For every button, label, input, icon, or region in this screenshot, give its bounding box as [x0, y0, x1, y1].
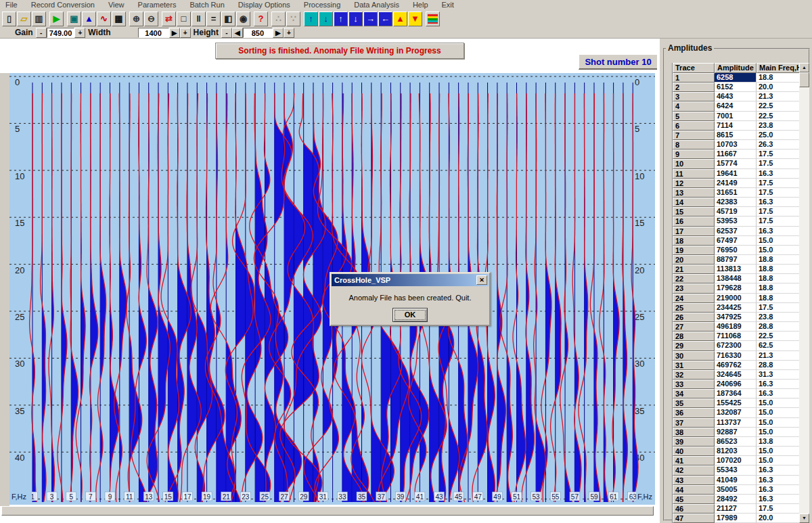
- freq-cell[interactable]: 28.8: [757, 361, 800, 370]
- freq-cell[interactable]: 15.0: [757, 428, 800, 437]
- freq-cell[interactable]: 15.0: [757, 447, 800, 456]
- trace-cell[interactable]: 8: [673, 140, 715, 150]
- freq-cell[interactable]: 23.8: [757, 313, 800, 322]
- table-row[interactable]: 389288715.0: [673, 428, 809, 437]
- trace-cell[interactable]: 46: [673, 504, 715, 514]
- amplitude-cell[interactable]: 35005: [715, 485, 757, 495]
- table-row[interactable]: 3711373715.0: [673, 418, 809, 428]
- amplitude-cell[interactable]: 21127: [715, 504, 757, 514]
- amplitude-cell[interactable]: 113737: [715, 418, 757, 428]
- trace-cell[interactable]: 19: [673, 246, 715, 255]
- horizontal-scrollbar[interactable]: [1, 506, 654, 516]
- amplitude-cell[interactable]: 53953: [715, 217, 757, 226]
- table-row[interactable]: 398652313.8: [673, 437, 809, 447]
- table-row[interactable]: 197695015.0: [673, 246, 809, 255]
- amplitude-cell[interactable]: 62537: [715, 227, 757, 236]
- menu-item-parameters[interactable]: Parameters: [133, 1, 185, 9]
- amplitude-cell[interactable]: 179628: [715, 283, 757, 293]
- scissors-icon[interactable]: ∵: [286, 12, 300, 26]
- table-row[interactable]: 2634792523.8: [673, 313, 809, 322]
- gain-increase-button[interactable]: +: [74, 28, 85, 38]
- table-row[interactable]: 133165117.5: [673, 188, 809, 198]
- table-row[interactable]: 471798920.0: [673, 514, 809, 523]
- trace-cell[interactable]: 27: [673, 322, 715, 332]
- trace-cell[interactable]: 10: [673, 159, 715, 168]
- table-row[interactable]: 186749715.0: [673, 236, 809, 246]
- table-row[interactable]: 2317962818.8: [673, 283, 809, 293]
- table-row[interactable]: 434104916.3: [673, 476, 809, 485]
- trace-cell[interactable]: 43: [673, 476, 715, 485]
- equals-icon[interactable]: =: [206, 12, 221, 26]
- amplitude-cell[interactable]: 496189: [715, 322, 757, 332]
- trace-cell[interactable]: 9: [673, 150, 715, 159]
- table-scrollbar[interactable]: ▲▼: [799, 63, 809, 523]
- trace-cell[interactable]: 21: [673, 265, 715, 274]
- amplitude-cell[interactable]: 6152: [715, 83, 757, 92]
- freq-cell[interactable]: 16.3: [757, 380, 800, 389]
- amplitude-cell[interactable]: 45719: [715, 207, 757, 217]
- amplitude-cell[interactable]: 92887: [715, 428, 757, 437]
- table-row[interactable]: 2749618928.8: [673, 322, 809, 332]
- amplitude-cell[interactable]: 7001: [715, 112, 757, 121]
- menu-item-batch-run[interactable]: Batch Run: [184, 1, 232, 9]
- gain-value-field[interactable]: 749.00: [47, 28, 75, 38]
- amplitude-cell[interactable]: 113813: [715, 265, 757, 274]
- freq-cell[interactable]: 22.5: [757, 112, 800, 121]
- arrow-up-blue-icon[interactable]: ↑: [334, 12, 348, 26]
- arrow-up-teal-icon[interactable]: ↑: [304, 12, 318, 26]
- height-decrease-button[interactable]: -: [221, 28, 232, 38]
- table-row[interactable]: 6711423.8: [673, 121, 809, 131]
- width-value-field[interactable]: 1400: [138, 28, 169, 38]
- column-header-trace[interactable]: Trace: [673, 63, 715, 73]
- amplitude-cell[interactable]: 711068: [715, 332, 757, 341]
- table-row[interactable]: 2213844818.8: [673, 274, 809, 283]
- freq-cell[interactable]: 23.8: [757, 121, 800, 131]
- trace-cell[interactable]: 32: [673, 370, 715, 380]
- table-row[interactable]: 2967230062.5: [673, 341, 809, 350]
- trace-cell[interactable]: 7: [673, 131, 715, 140]
- height-spin-right-button[interactable]: ▶: [273, 28, 284, 38]
- freq-cell[interactable]: 18.8: [757, 274, 800, 283]
- table-row[interactable]: 3071633021.3: [673, 351, 809, 361]
- save-as-icon[interactable]: ▥: [32, 12, 46, 26]
- freq-cell[interactable]: 31.3: [757, 370, 800, 380]
- amplitude-cell[interactable]: 55343: [715, 465, 757, 475]
- freq-cell[interactable]: 18.8: [757, 294, 800, 303]
- table-row[interactable]: 3146976228.8: [673, 361, 809, 370]
- freq-cell[interactable]: 16.3: [757, 198, 800, 207]
- freq-cell[interactable]: 15.0: [757, 399, 800, 408]
- freq-cell[interactable]: 20.0: [757, 514, 800, 523]
- trace-cell[interactable]: 6: [673, 121, 715, 131]
- freq-cell[interactable]: 13.8: [757, 437, 800, 447]
- arrow-down-teal-icon[interactable]: ↓: [319, 12, 333, 26]
- save-icon[interactable]: ▦: [112, 12, 126, 26]
- freq-cell[interactable]: 17.5: [757, 504, 800, 514]
- trace-cell[interactable]: 11: [673, 169, 715, 179]
- freq-cell[interactable]: 15.0: [757, 246, 800, 255]
- freq-cell[interactable]: 18.8: [757, 73, 800, 83]
- amplitude-cell[interactable]: 17989: [715, 514, 757, 523]
- width-increase-button[interactable]: +: [180, 28, 191, 38]
- table-row[interactable]: 2871106822.5: [673, 332, 809, 341]
- rectangle-icon[interactable]: □: [177, 12, 191, 26]
- table-row[interactable]: 122414917.5: [673, 179, 809, 188]
- trace-cell[interactable]: 37: [673, 418, 715, 428]
- trace-cell[interactable]: 33: [673, 380, 715, 389]
- trace-cell[interactable]: 15: [673, 207, 715, 217]
- table-row[interactable]: 1625818.8: [673, 73, 809, 83]
- trace-cell[interactable]: 13: [673, 188, 715, 198]
- trace-cell[interactable]: 38: [673, 428, 715, 437]
- amplitude-cell[interactable]: 31651: [715, 188, 757, 198]
- trace-cell[interactable]: 44: [673, 485, 715, 495]
- table-row[interactable]: 208879718.8: [673, 255, 809, 265]
- freq-cell[interactable]: 17.5: [757, 159, 800, 168]
- table-row[interactable]: 3515542515.0: [673, 399, 809, 408]
- freq-cell[interactable]: 20.0: [757, 83, 800, 92]
- table-row[interactable]: 408120315.0: [673, 447, 809, 456]
- freq-cell[interactable]: 18.8: [757, 255, 800, 265]
- triangle-down-icon[interactable]: ▼: [408, 12, 422, 26]
- table-row[interactable]: 3613208715.0: [673, 408, 809, 417]
- open-folder-icon[interactable]: ▱: [17, 12, 31, 26]
- amplitude-cell[interactable]: 81203: [715, 447, 757, 456]
- freq-cell[interactable]: 17.5: [757, 179, 800, 188]
